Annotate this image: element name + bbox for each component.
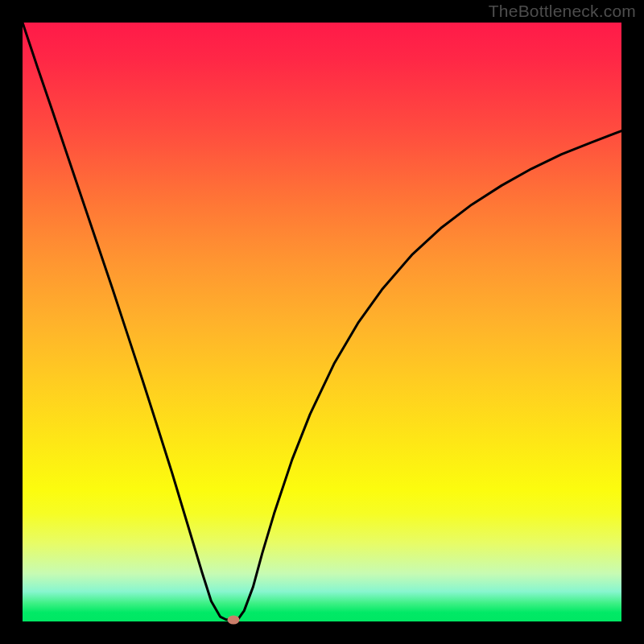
optimum-marker [227, 615, 239, 624]
chart-frame: TheBottleneck.com [0, 0, 644, 644]
watermark-text: TheBottleneck.com [489, 2, 636, 21]
plot-area [23, 23, 621, 621]
bottleneck-curve [23, 23, 621, 621]
